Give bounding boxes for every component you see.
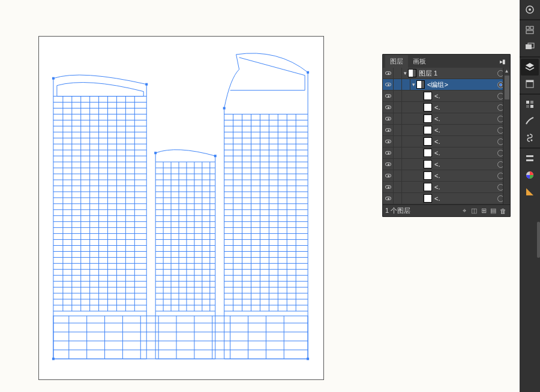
svg-rect-142 bbox=[307, 71, 309, 74]
align-icon[interactable] bbox=[521, 22, 539, 38]
libraries-icon[interactable] bbox=[521, 76, 539, 92]
layer-thumbnail bbox=[424, 92, 432, 100]
lock-toggle[interactable] bbox=[394, 193, 402, 204]
visibility-toggle[interactable] bbox=[383, 79, 394, 90]
eye-icon bbox=[385, 71, 391, 75]
layer-name[interactable]: 图层 1 bbox=[419, 69, 496, 78]
transform-icon[interactable] bbox=[521, 38, 539, 55]
visibility-toggle[interactable] bbox=[383, 102, 394, 113]
layer-thumbnail bbox=[424, 194, 432, 203]
layer-row-path[interactable]: <. bbox=[383, 91, 510, 102]
layer-row-path[interactable]: <. bbox=[383, 113, 510, 125]
eye-icon bbox=[385, 94, 391, 98]
layer-name[interactable]: <. bbox=[434, 104, 496, 111]
layer-row-path[interactable]: <. bbox=[383, 136, 510, 147]
layer-name[interactable]: <. bbox=[434, 195, 496, 202]
visibility-toggle[interactable] bbox=[383, 68, 394, 79]
scroll-thumb[interactable] bbox=[505, 76, 509, 99]
rail-scrollbar[interactable] bbox=[537, 222, 540, 258]
symbols-icon[interactable] bbox=[521, 129, 539, 146]
visibility-toggle[interactable] bbox=[383, 159, 394, 170]
layer-name[interactable]: <. bbox=[434, 149, 496, 156]
layers-icon[interactable] bbox=[521, 59, 539, 76]
eye-icon bbox=[385, 185, 391, 189]
layer-name[interactable]: <. bbox=[434, 115, 496, 122]
new-layer-icon[interactable]: ▤ bbox=[488, 207, 498, 215]
tab-artboards[interactable]: 画板 bbox=[408, 55, 431, 68]
layer-name[interactable]: <. bbox=[434, 172, 496, 179]
visibility-toggle[interactable] bbox=[383, 182, 394, 192]
visibility-toggle[interactable] bbox=[383, 193, 394, 204]
lock-toggle[interactable] bbox=[394, 68, 402, 79]
panel-menu-icon[interactable]: ▸▮ bbox=[497, 58, 508, 65]
eye-icon bbox=[385, 197, 391, 200]
svg-rect-149 bbox=[526, 26, 529, 29]
color-guide-icon[interactable] bbox=[521, 183, 539, 200]
layer-row-path[interactable]: <. bbox=[383, 159, 510, 170]
svg-rect-157 bbox=[530, 101, 533, 104]
lock-toggle[interactable] bbox=[394, 136, 402, 147]
artboard-canvas[interactable] bbox=[38, 36, 324, 380]
lock-toggle[interactable] bbox=[394, 182, 402, 192]
lock-toggle[interactable] bbox=[394, 170, 402, 181]
color-icon[interactable] bbox=[521, 167, 539, 183]
eye-icon bbox=[385, 105, 391, 109]
svg-point-161 bbox=[531, 140, 533, 141]
layer-row[interactable]: 图层 1 bbox=[383, 68, 510, 79]
visibility-toggle[interactable] bbox=[383, 113, 394, 124]
eye-icon bbox=[385, 151, 391, 155]
eye-icon bbox=[385, 83, 391, 86]
layer-row-group[interactable]: <编组> bbox=[383, 79, 510, 91]
layer-name[interactable]: <编组> bbox=[427, 80, 496, 89]
visibility-toggle[interactable] bbox=[383, 136, 394, 147]
visibility-toggle[interactable] bbox=[383, 147, 394, 158]
svg-rect-143 bbox=[52, 358, 55, 360]
disclosure-icon[interactable] bbox=[410, 82, 416, 88]
visibility-toggle[interactable] bbox=[383, 125, 394, 135]
svg-rect-163 bbox=[526, 159, 533, 161]
new-sublayer-icon[interactable]: ⊞ bbox=[479, 207, 488, 215]
properties-icon[interactable] bbox=[521, 1, 539, 18]
swatches-icon[interactable] bbox=[521, 96, 539, 113]
svg-rect-144 bbox=[307, 358, 309, 360]
layer-row-path[interactable]: <. bbox=[383, 125, 510, 136]
svg-point-148 bbox=[529, 8, 531, 11]
layer-count: 1 个图层 bbox=[385, 206, 460, 215]
lock-toggle[interactable] bbox=[394, 125, 402, 135]
make-clipping-mask-icon[interactable]: ◫ bbox=[469, 207, 479, 215]
layer-name[interactable]: <. bbox=[434, 161, 496, 168]
layer-name[interactable]: <. bbox=[434, 126, 496, 134]
tab-layers[interactable]: 图层 bbox=[385, 55, 408, 68]
layer-thumbnail bbox=[424, 137, 432, 146]
layer-row-path[interactable]: <. bbox=[383, 147, 510, 159]
lock-toggle[interactable] bbox=[394, 91, 402, 101]
layer-thumbnail bbox=[424, 103, 432, 111]
layer-row-path[interactable]: <. bbox=[383, 193, 510, 204]
layer-row-path[interactable]: <. bbox=[383, 170, 510, 182]
disclosure-icon[interactable] bbox=[402, 70, 408, 76]
layer-thumbnail bbox=[416, 80, 425, 89]
lock-toggle[interactable] bbox=[394, 147, 402, 158]
layer-name[interactable]: <. bbox=[434, 183, 496, 191]
stroke-icon[interactable] bbox=[521, 150, 539, 167]
lock-toggle[interactable] bbox=[394, 113, 402, 124]
visibility-toggle[interactable] bbox=[383, 170, 394, 181]
svg-rect-151 bbox=[526, 31, 533, 34]
visibility-toggle[interactable] bbox=[383, 91, 394, 101]
layer-name[interactable]: <. bbox=[434, 138, 496, 145]
panel-footer: 1 个图层 ⌖ ◫ ⊞ ▤ 🗑 bbox=[383, 204, 510, 216]
panel-scrollbar[interactable]: ▲ bbox=[503, 68, 510, 204]
layer-name[interactable]: <. bbox=[434, 92, 496, 99]
scroll-up-icon[interactable]: ▲ bbox=[505, 68, 509, 75]
delete-layer-icon[interactable]: 🗑 bbox=[498, 207, 508, 215]
brushes-icon[interactable] bbox=[521, 113, 539, 129]
layer-row-path[interactable]: <. bbox=[383, 102, 510, 113]
locate-object-icon[interactable]: ⌖ bbox=[460, 207, 469, 215]
svg-rect-146 bbox=[214, 155, 217, 157]
lock-toggle[interactable] bbox=[394, 79, 402, 90]
lock-toggle[interactable] bbox=[394, 159, 402, 170]
svg-rect-139 bbox=[52, 77, 55, 80]
layer-row-path[interactable]: <. bbox=[383, 182, 510, 193]
layer-thumbnail bbox=[424, 149, 432, 157]
lock-toggle[interactable] bbox=[394, 102, 402, 113]
